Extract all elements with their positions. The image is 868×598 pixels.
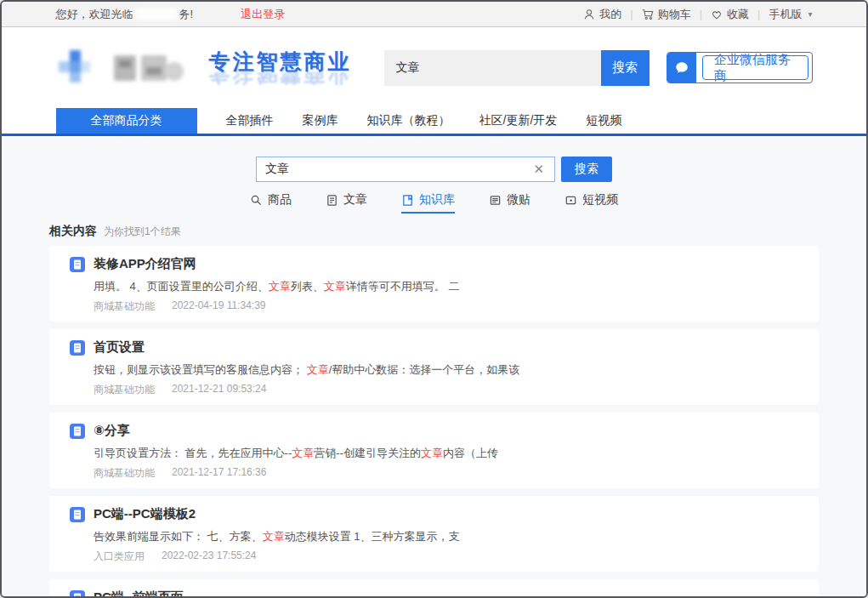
tab-knowledge[interactable]: 知识库 [401, 192, 455, 214]
nav-item-community[interactable]: 社区/更新/开发 [479, 108, 558, 134]
result-date: 2022-02-23 17:55:24 [162, 550, 256, 564]
my-account-link[interactable]: 我的 [583, 7, 621, 22]
result-card[interactable]: PC端--PC端模板2 告效果前端显示如下： 七、方案、文章动态模块设置 1、三… [49, 496, 819, 572]
desc-text: 引导页设置方法： 首先，先在应用中心-- [94, 447, 292, 459]
main-content: ✕ 搜索 商品 文章 知识库 微贴 短视频 [2, 136, 866, 598]
nav-item-knowledge[interactable]: 知识库（教程） [367, 108, 451, 134]
result-category: 商城基础功能 [94, 299, 155, 314]
result-title[interactable]: PC端--前端页面 [94, 589, 184, 598]
content-search: ✕ 搜索 [2, 136, 866, 182]
video-icon [564, 194, 577, 207]
separator: | [700, 8, 702, 20]
result-desc: 按钮，则显示该设置填写的客服信息内容； 文章/帮助中心数据：选择一个平台，如果该 [94, 362, 798, 377]
wechat-service-button[interactable]: 企业微信服务商 [667, 52, 813, 83]
desc-text: 营销--创建引导关注的 [314, 447, 421, 459]
content-search-button[interactable]: 搜索 [561, 157, 612, 182]
results-title: 相关内容 [49, 224, 97, 239]
result-title[interactable]: PC端--PC端模板2 [94, 506, 196, 522]
results-header: 相关内容 为你找到1个结果 [49, 224, 819, 239]
browser-window: 您好，欢迎光临 务! 退出登录 我的 | 购物车 | [0, 0, 868, 598]
result-card[interactable]: PC端--前端页面 [49, 579, 819, 598]
result-date: 2021-12-17 17:16:36 [172, 466, 266, 481]
favorites-label: 收藏 [727, 7, 749, 22]
welcome-suffix: 务! [179, 7, 194, 22]
search-tabs: 商品 文章 知识库 微贴 短视频 [2, 192, 866, 214]
results-count: 为你找到1个结果 [104, 225, 181, 239]
result-title[interactable]: 装修APP介绍官网 [94, 256, 196, 272]
result-meta: 入口类应用 2022-02-23 17:55:24 [94, 550, 798, 564]
result-category: 入口类应用 [94, 550, 145, 564]
tab-article-label: 文章 [343, 192, 367, 208]
results-list: 装修APP介绍官网 用填。 4、页面设置里的公司介绍、文章列表、文章详情等可不用… [49, 246, 819, 598]
header-search-input[interactable] [384, 50, 601, 86]
desc-text: 按钮，则显示该设置填写的客服信息内容； [94, 363, 307, 376]
doc-icon [70, 507, 85, 522]
result-date: 2022-04-19 11:34:39 [172, 299, 266, 314]
result-date: 2021-12-21 09:53:24 [172, 383, 266, 397]
keyword-highlight: 文章 [307, 363, 329, 376]
nav-item-cases[interactable]: 案例库 [303, 108, 338, 134]
doc-icon [70, 590, 85, 598]
cart-link[interactable]: 购物车 [642, 7, 691, 22]
result-title[interactable]: 首页设置 [94, 339, 145, 356]
slogan-text: 专注智慧商业 [209, 49, 352, 73]
result-title[interactable]: ⑧分享 [94, 423, 130, 439]
topbar: 您好，欢迎光临 务! 退出登录 我的 | 购物车 | [2, 2, 866, 27]
search-icon [250, 194, 263, 207]
main-nav: 全部商品分类 全部插件 案例库 知识库（教程） 社区/更新/开发 短视频 [2, 108, 866, 136]
tab-shortvideo[interactable]: 短视频 [564, 192, 618, 214]
tab-weitie[interactable]: 微贴 [489, 192, 530, 214]
result-card[interactable]: ⑧分享 引导页设置方法： 首先，先在应用中心--文章营销--创建引导关注的文章内… [49, 413, 819, 488]
welcome-prefix: 您好，欢迎光临 [56, 7, 133, 22]
keyword-highlight: 文章 [263, 530, 285, 543]
heart-icon [711, 9, 723, 20]
logout-link[interactable]: 退出登录 [241, 7, 285, 22]
desc-text: 详情等可不用填写。 二 [346, 280, 460, 293]
favorites-link[interactable]: 收藏 [711, 7, 749, 22]
slogan-reflection: 专注智慧商业 [209, 72, 352, 85]
desc-text: /帮助中心数据：选择一个平台，如果该 [329, 363, 520, 376]
result-meta: 商城基础功能 2022-04-19 11:34:39 [94, 299, 798, 314]
mobile-version-dropdown[interactable]: 手机版 ▾ [769, 7, 812, 22]
keyword-highlight: 文章 [292, 447, 314, 459]
result-category: 商城基础功能 [94, 466, 155, 481]
knowledge-icon [401, 194, 414, 207]
tab-goods[interactable]: 商品 [250, 192, 292, 214]
logo-text-blurred [112, 50, 187, 86]
keyword-highlight: 文章 [269, 280, 291, 293]
tab-shortvideo-label: 短视频 [582, 192, 618, 208]
doc-icon [70, 424, 85, 439]
header-search-button[interactable]: 搜索 [601, 50, 650, 86]
desc-text: 列表、 [291, 280, 324, 293]
cart-icon [642, 9, 654, 20]
nav-item-shortvideo[interactable]: 短视频 [586, 108, 621, 134]
result-category: 商城基础功能 [94, 383, 155, 397]
result-meta: 商城基础功能 2021-12-21 09:53:24 [94, 383, 798, 397]
result-desc: 引导页设置方法： 首先，先在应用中心--文章营销--创建引导关注的文章内容（上传 [94, 446, 798, 460]
logo-mark-blurred [56, 48, 100, 88]
desc-text: 告效果前端显示如下： 七、方案、 [94, 530, 263, 543]
keyword-highlight: 文章 [421, 447, 443, 459]
nav-item-plugins[interactable]: 全部插件 [226, 108, 274, 134]
doc-icon [70, 340, 85, 356]
article-icon [326, 194, 338, 207]
desc-text: 动态模块设置 1、三种方案显示，支 [285, 530, 460, 543]
user-icon [583, 9, 595, 20]
result-card[interactable]: 首页设置 按钮，则显示该设置填写的客服信息内容； 文章/帮助中心数据：选择一个平… [49, 329, 819, 405]
doc-icon [70, 257, 85, 272]
slogan: 专注智慧商业 专注智慧商业 [209, 51, 352, 85]
tab-knowledge-label: 知识库 [419, 192, 455, 208]
keyword-highlight: 文章 [324, 280, 346, 293]
clear-icon[interactable]: ✕ [531, 162, 546, 177]
header-search: 搜索 [384, 50, 650, 86]
wechat-service-label: 企业微信服务商 [702, 55, 808, 80]
content-search-input[interactable] [265, 162, 531, 176]
result-desc: 用填。 4、页面设置里的公司介绍、文章列表、文章详情等可不用填写。 二 [94, 279, 798, 293]
nav-all-categories-button[interactable]: 全部商品分类 [56, 108, 197, 134]
result-card[interactable]: 装修APP介绍官网 用填。 4、页面设置里的公司介绍、文章列表、文章详情等可不用… [49, 246, 819, 322]
tab-goods-label: 商品 [268, 192, 292, 208]
separator: | [757, 8, 760, 20]
content-search-box: ✕ [256, 157, 555, 182]
tab-article[interactable]: 文章 [326, 192, 367, 214]
site-logo[interactable]: 专注智慧商业 专注智慧商业 [56, 48, 352, 88]
